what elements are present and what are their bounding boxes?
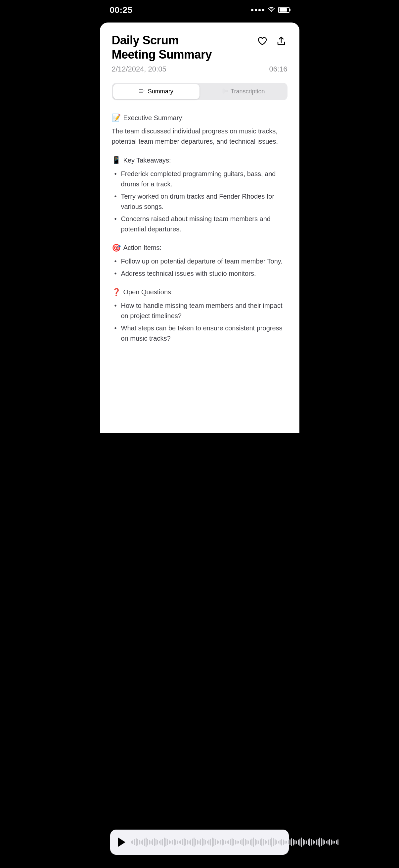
executive-summary-section: 📝 Executive Summary: The team discussed … [112, 112, 288, 147]
content-body: 📝 Executive Summary: The team discussed … [112, 112, 288, 343]
key-takeaways-section: 📱 Key Takeaways: Frederick completed pro… [112, 155, 288, 234]
wifi-icon [268, 6, 275, 14]
share-button[interactable] [275, 35, 288, 47]
phone-container: 00:25 Daily ScrumMe [100, 0, 299, 434]
action-items-list: Follow up on potential departure of team… [112, 256, 288, 279]
favorite-button[interactable] [256, 34, 269, 48]
tab-switcher: Summary [112, 83, 288, 100]
recording-date: 2/12/2024, 20:05 [112, 65, 166, 73]
list-item: Frederick completed programming guitars,… [112, 169, 288, 189]
summary-tab-icon [139, 89, 145, 95]
key-takeaways-list: Frederick completed programming guitars,… [112, 169, 288, 235]
title-block: Daily ScrumMeeting Summary [112, 33, 256, 62]
key-takeaways-emoji: 📱 [112, 155, 121, 166]
content-card: Daily ScrumMeeting Summary [100, 23, 299, 433]
list-item: Address technical issues with studio mon… [112, 269, 288, 279]
page-title: Daily ScrumMeeting Summary [112, 33, 256, 62]
open-questions-list: How to handle missing team members and t… [112, 301, 288, 344]
scroll-content: Daily ScrumMeeting Summary [112, 33, 288, 391]
open-questions-emoji: ❓ [112, 287, 121, 298]
action-items-header: 🎯 Action Items: [112, 242, 288, 254]
executive-summary-heading: Executive Summary: [124, 113, 184, 123]
status-icons [251, 6, 290, 14]
summary-tab-label: Summary [148, 88, 173, 95]
transcription-tab-icon [221, 88, 228, 95]
action-items-section: 🎯 Action Items: Follow up on potential d… [112, 242, 288, 279]
list-item: Concerns raised about missing team membe… [112, 214, 288, 235]
list-item: What steps can be taken to ensure consis… [112, 323, 288, 344]
executive-summary-text: The team discussed individual progress o… [112, 126, 288, 147]
key-takeaways-heading: Key Takeaways: [124, 155, 171, 165]
share-icon [276, 36, 286, 46]
open-questions-section: ❓ Open Questions: How to handle missing … [112, 287, 288, 344]
action-items-emoji: 🎯 [112, 242, 121, 254]
action-items-heading: Action Items: [124, 243, 162, 253]
executive-summary-header: 📝 Executive Summary: [112, 112, 288, 123]
signal-icon [251, 9, 264, 11]
list-item: Follow up on potential departure of team… [112, 256, 288, 267]
header-actions [256, 33, 288, 48]
list-item: How to handle missing team members and t… [112, 301, 288, 321]
open-questions-header: ❓ Open Questions: [112, 287, 288, 298]
tab-transcription[interactable]: Transcription [199, 84, 286, 99]
meta-row: 2/12/2024, 20:05 06:16 [112, 65, 288, 73]
transcription-tab-label: Transcription [231, 88, 265, 95]
open-questions-heading: Open Questions: [124, 287, 173, 297]
list-item: Terry worked on drum tracks and Fender R… [112, 191, 288, 212]
battery-icon [278, 7, 290, 13]
key-takeaways-header: 📱 Key Takeaways: [112, 155, 288, 166]
executive-summary-emoji: 📝 [112, 112, 121, 123]
status-bar: 00:25 [100, 0, 299, 20]
page-header: Daily ScrumMeeting Summary [112, 33, 288, 62]
heart-icon [257, 36, 268, 46]
status-time: 00:25 [110, 5, 133, 15]
tab-summary[interactable]: Summary [113, 84, 200, 99]
recording-duration: 06:16 [269, 65, 287, 73]
